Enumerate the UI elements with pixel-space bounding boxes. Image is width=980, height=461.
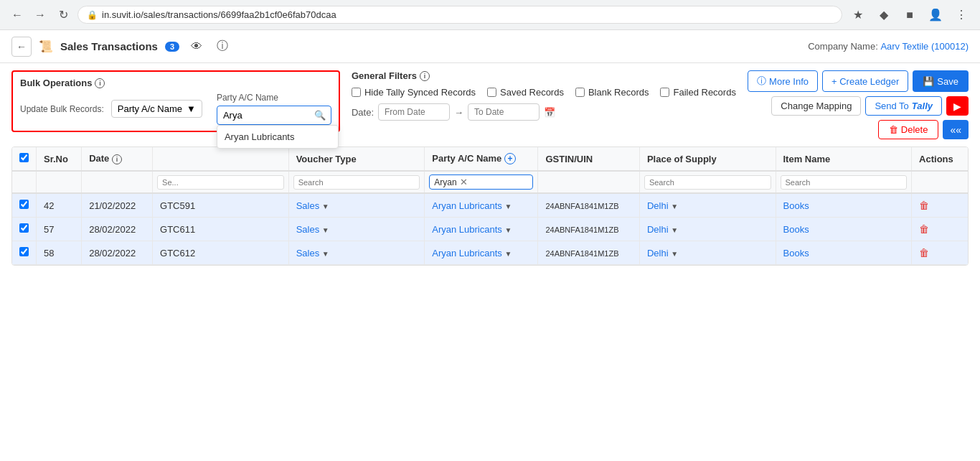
voucher-type-dropdown[interactable]: ▼ [322, 202, 329, 210]
browser-forward-button[interactable]: → [32, 6, 49, 24]
item-name-link[interactable]: Books [783, 224, 809, 235]
row-party-name: Aryan Lubricants ▼ [425, 193, 538, 218]
create-ledger-button[interactable]: + Create Ledger [822, 70, 908, 92]
saved-records-checkbox[interactable] [487, 88, 496, 97]
company-name: Aarv Textile (100012) [880, 41, 969, 52]
row-gstin: 24ABNFA1841M1ZB [538, 193, 639, 218]
change-mapping-button[interactable]: Change Mapping [771, 96, 861, 116]
bulk-ops-dropdown[interactable]: Party A/c Name ▼ [111, 100, 202, 118]
row-actions: 🗑 [912, 218, 968, 241]
browser-back-button[interactable]: ← [9, 6, 26, 24]
party-name-dropdown[interactable]: ▼ [504, 250, 512, 258]
table-body: 42 21/02/2022 GTC591 Sales ▼ Aryan Lubri… [12, 193, 968, 265]
filter-saved-records[interactable]: Saved Records [487, 87, 564, 98]
place-of-supply-dropdown[interactable]: ▼ [671, 250, 678, 258]
voucher-type-filter-input[interactable] [293, 175, 420, 190]
voucher-no-filter-input[interactable] [157, 175, 284, 190]
menu-button[interactable]: ⋮ [951, 5, 971, 25]
extensions-button2[interactable]: ■ [900, 5, 920, 25]
delete-button[interactable]: 🗑 Delete [878, 120, 939, 139]
general-filters: General Filters i Hide Tally Synced Reco… [352, 70, 736, 121]
voucher-type-link[interactable]: Sales [296, 248, 320, 259]
calendar-icon[interactable]: 📅 [544, 107, 555, 118]
voucher-type-link[interactable]: Sales [296, 224, 320, 235]
row-date: 28/02/2022 [82, 241, 153, 265]
place-of-supply-dropdown[interactable]: ▼ [671, 202, 678, 210]
table-header-row: Sr.No Date i Voucher Type Party A/C Name… [12, 147, 968, 171]
table-row: 57 28/02/2022 GTC611 Sales ▼ Aryan Lubri… [12, 218, 968, 241]
row-checkbox-0[interactable] [19, 200, 29, 209]
send-to-tally-button[interactable]: Send To Tally [865, 96, 942, 116]
bulk-operations-box: Bulk Operations i Update Bulk Records: P… [11, 70, 340, 132]
filter-cell-voucher-type [288, 171, 425, 193]
eye-button[interactable]: 👁 [187, 37, 207, 57]
row-place-of-supply: Delhi ▼ [639, 241, 776, 265]
place-of-supply-dropdown[interactable]: ▼ [671, 226, 678, 234]
youtube-button[interactable]: ▶ [946, 96, 969, 116]
item-name-link[interactable]: Books [783, 248, 809, 259]
place-of-supply-link[interactable]: Delhi [647, 200, 669, 211]
voucher-type-link[interactable]: Sales [296, 200, 320, 211]
row-voucher-type: Sales ▼ [288, 218, 425, 241]
info-button[interactable]: ⓘ [212, 37, 232, 57]
select-all-checkbox[interactable] [19, 153, 29, 162]
place-of-supply-link[interactable]: Delhi [647, 248, 669, 259]
item-name-link[interactable]: Books [783, 200, 809, 211]
bulk-ops-info-icon[interactable]: i [95, 78, 105, 88]
row-delete-button[interactable]: 🗑 [919, 247, 929, 259]
party-name-label: Party A/C Name [217, 93, 331, 103]
filter-blank-records[interactable]: Blank Records [575, 87, 649, 98]
filter-cell-party-name: Aryan ✕ [425, 171, 538, 193]
row-checkbox-1[interactable] [19, 223, 29, 233]
party-name-dropdown[interactable]: ▼ [504, 202, 512, 210]
more-info-button[interactable]: ⓘ More Info [748, 70, 818, 92]
voucher-type-dropdown[interactable]: ▼ [322, 250, 329, 258]
to-date-input[interactable] [468, 103, 540, 121]
date-arrow-icon: → [454, 107, 463, 118]
action-row-3: 🗑 Delete «« [878, 120, 969, 139]
row-date: 21/02/2022 [82, 193, 153, 218]
save-button[interactable]: 💾 Save [913, 70, 969, 92]
filter-failed-records[interactable]: Failed Records [660, 87, 735, 98]
extension-button[interactable]: ◆ [874, 5, 894, 25]
blank-records-checkbox[interactable] [575, 88, 585, 97]
action-buttons: ⓘ More Info + Create Ledger 💾 Save Chang… [748, 70, 969, 139]
item-name-filter-input[interactable] [781, 175, 908, 190]
hide-tally-synced-checkbox[interactable] [352, 88, 361, 97]
row-item-name: Books [776, 218, 912, 241]
date-col-info-icon[interactable]: i [112, 154, 122, 164]
from-date-input[interactable] [378, 103, 450, 121]
page-title: Sales Transactions [60, 40, 158, 52]
failed-records-checkbox[interactable] [660, 88, 669, 97]
filter-checkboxes: Hide Tally Synced Records Saved Records … [352, 87, 736, 98]
row-place-of-supply: Delhi ▼ [639, 193, 776, 218]
browser-refresh-button[interactable]: ↻ [55, 6, 72, 24]
party-name-add-icon[interactable]: + [504, 153, 516, 164]
party-name-link[interactable]: Aryan Lubricants [432, 200, 502, 211]
row-checkbox-2[interactable] [19, 247, 29, 256]
filter-cell-srno [37, 171, 82, 193]
place-of-supply-link[interactable]: Delhi [647, 224, 669, 235]
bookmark-button[interactable]: ★ [848, 5, 868, 25]
col-header-place-of-supply: Place of Supply [639, 147, 776, 171]
suggestion-item-aryan-lubricants[interactable]: Aryan Lubricants [217, 126, 338, 148]
filters-info-icon[interactable]: i [420, 71, 430, 81]
row-gstin: 24ABNFA1841M1ZB [538, 218, 639, 241]
collapse-button[interactable]: «« [943, 120, 969, 139]
party-name-link[interactable]: Aryan Lubricants [432, 248, 502, 259]
party-name-dropdown[interactable]: ▼ [504, 226, 512, 234]
row-actions: 🗑 [912, 241, 968, 265]
filter-hide-tally-synced[interactable]: Hide Tally Synced Records [352, 87, 476, 98]
address-bar[interactable]: 🔒 in.suvit.io/sales/transactions/6699faa… [77, 6, 842, 24]
row-delete-button[interactable]: 🗑 [919, 200, 929, 211]
profile-button[interactable]: 👤 [925, 5, 946, 25]
place-of-supply-filter-input[interactable] [644, 175, 771, 190]
col-header-actions: Actions [912, 147, 968, 171]
row-date: 28/02/2022 [82, 218, 153, 241]
voucher-type-dropdown[interactable]: ▼ [322, 226, 329, 234]
nav-back-button[interactable]: ← [11, 37, 32, 57]
party-name-link[interactable]: Aryan Lubricants [432, 224, 502, 235]
app-container: ← 📜 Sales Transactions 3 👁 ⓘ Company Nam… [0, 30, 980, 461]
clear-party-filter-button[interactable]: ✕ [460, 177, 468, 187]
row-delete-button[interactable]: 🗑 [919, 223, 929, 235]
